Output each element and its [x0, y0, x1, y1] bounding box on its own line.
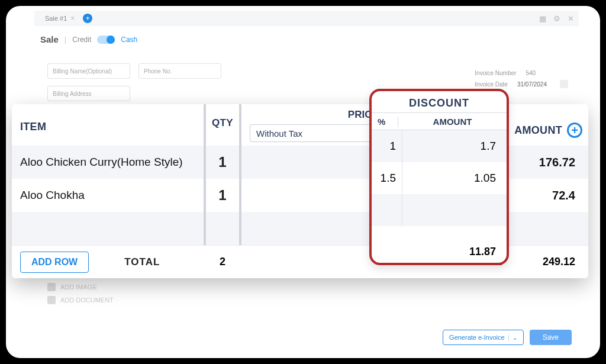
- tab-bar: Sale #1 × + ▦ ⚙ ✕: [34, 11, 579, 26]
- discount-title: DISCOUNT: [372, 91, 507, 112]
- chevron-down-icon[interactable]: ⌄: [508, 334, 517, 341]
- item-name: Aloo Chokha: [12, 189, 204, 202]
- add-tab-button[interactable]: +: [83, 14, 92, 23]
- tax-select-value: Without Tax: [256, 128, 302, 138]
- discount-row[interactable]: 1 1.7: [372, 130, 507, 162]
- decorative-dots: · · · · · · · · · · ·· · · · · · · · · ·…: [65, 301, 217, 339]
- add-row-button[interactable]: ADD ROW: [20, 252, 89, 273]
- invoice-date-label: Invoice Date: [475, 81, 508, 88]
- invoice-number-label: Invoice Number: [475, 70, 516, 76]
- discount-pct-header: %: [372, 117, 398, 127]
- discount-callout: DISCOUNT % AMOUNT 1 1.7 1.5 1.05 11.87: [369, 89, 509, 265]
- sale-header: Sale | Credit Cash: [40, 34, 600, 44]
- settings-icon[interactable]: ⚙: [553, 14, 560, 23]
- discount-amount[interactable]: 1.05: [402, 172, 507, 185]
- discount-row[interactable]: [372, 194, 507, 226]
- discount-pct[interactable]: 1: [372, 130, 402, 162]
- col-item-header: ITEM: [20, 121, 195, 133]
- item-name: Aloo Chicken Curry(Home Style): [12, 156, 204, 169]
- col-qty-header: QTY: [206, 117, 239, 129]
- image-icon: [47, 283, 56, 291]
- total-amount: 249.12: [511, 256, 588, 268]
- tab-label: Sale #1: [45, 15, 67, 22]
- discount-total: 11.87: [469, 246, 496, 258]
- cash-label: Cash: [121, 36, 137, 44]
- item-qty[interactable]: [204, 212, 241, 245]
- calculator-icon[interactable]: ▦: [539, 14, 546, 23]
- close-window-icon[interactable]: ✕: [568, 14, 574, 23]
- col-amount-header: AMOUNT: [514, 124, 562, 137]
- discount-amount[interactable]: 1.7: [402, 140, 507, 153]
- add-image-button[interactable]: ADD IMAGE: [47, 283, 114, 291]
- phone-input[interactable]: Phone No.: [138, 63, 221, 79]
- discount-pct[interactable]: 1.5: [372, 162, 402, 194]
- discount-row[interactable]: 1.5 1.05: [372, 162, 507, 194]
- sale-label: Sale: [40, 34, 59, 44]
- toolbar-icons: ▦ ⚙ ✕: [539, 14, 574, 23]
- discount-pct[interactable]: [372, 194, 402, 226]
- credit-label: Credit: [72, 36, 91, 44]
- app-window: Sale #1 × + ▦ ⚙ ✕ Sale | Credit Cash Bil…: [6, 6, 600, 358]
- credit-cash-toggle[interactable]: [97, 36, 115, 44]
- item-qty[interactable]: 1: [204, 146, 241, 179]
- footer-actions: Generate e-Invoice ⌄ Save: [443, 330, 572, 345]
- save-button[interactable]: Save: [530, 330, 572, 345]
- total-label: TOTAL: [124, 256, 160, 268]
- generate-einvoice-button[interactable]: Generate e-Invoice ⌄: [443, 330, 524, 345]
- calendar-icon[interactable]: [560, 80, 568, 88]
- total-qty: 2: [204, 256, 241, 268]
- invoice-number-value[interactable]: 540: [526, 70, 536, 76]
- billing-name-input[interactable]: Billing Name(Optional): [47, 63, 130, 79]
- item-amount: 176.72: [511, 156, 588, 169]
- discount-amount-header: AMOUNT: [398, 117, 507, 127]
- invoice-date-value[interactable]: 31/07/2024: [517, 81, 547, 88]
- close-tab-icon[interactable]: ×: [70, 14, 75, 22]
- item-qty[interactable]: 1: [204, 179, 241, 212]
- item-amount: 72.4: [511, 189, 588, 202]
- sale-tab[interactable]: Sale #1 ×: [41, 14, 78, 22]
- billing-address-input[interactable]: Billing Address: [47, 86, 130, 101]
- document-icon: [47, 296, 56, 304]
- add-column-button[interactable]: +: [567, 123, 582, 138]
